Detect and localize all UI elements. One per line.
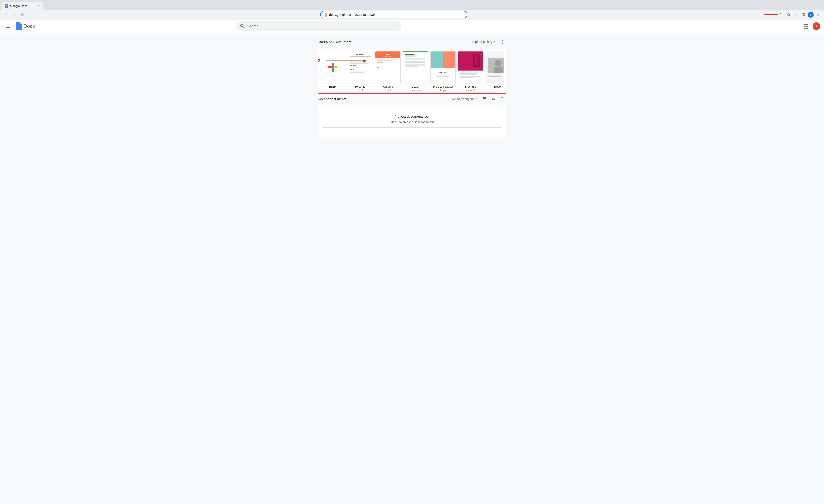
template-gallery-label: Template gallery <box>469 40 493 44</box>
browser-toolbar-right: T <box>785 11 821 18</box>
svg-text:AZ: AZ <box>492 98 496 100</box>
download-button[interactable] <box>793 11 799 18</box>
svg-rect-83 <box>474 55 479 65</box>
svg-rect-86 <box>460 74 476 75</box>
template-project-proposal[interactable]: Project Name Project proposal Tropic <box>430 51 456 92</box>
tab-close-button[interactable]: ✕ <box>36 4 40 8</box>
templates-more-button[interactable]: ⋮ <box>499 38 506 45</box>
apps-grid-icon <box>804 24 808 29</box>
tab-title: Google Docs <box>10 4 34 8</box>
svg-text:Your Name: Your Name <box>356 54 365 56</box>
templates-section-title: Start a new document <box>318 40 351 44</box>
profile-button[interactable]: T <box>807 11 814 18</box>
template-brochure-thumbnail: Product Brochure Product Overview <box>458 51 483 83</box>
template-resume-coral[interactable]: Name Title • Contact Experience Educatio… <box>375 51 401 92</box>
template-report[interactable]: REPORT TITLE <box>486 51 504 92</box>
tab-bar: Google Docs ✕ + <box>0 0 824 10</box>
new-tab-button[interactable]: + <box>44 3 50 9</box>
hamburger-menu-button[interactable] <box>4 22 13 31</box>
template-resume-serif[interactable]: Your Name EXPERIENCE EDUCATION <box>348 51 373 92</box>
svg-rect-91 <box>488 55 504 55</box>
search-icon <box>240 24 244 29</box>
svg-text:EDUCATION: EDUCATION <box>350 65 356 66</box>
template-gallery-button[interactable]: Template gallery <box>469 40 497 44</box>
svg-rect-62 <box>405 58 425 59</box>
address-bar[interactable]: 🔒 docs.google.com/document/u/0/ <box>320 11 468 18</box>
url-text: docs.google.com/document/u/0/ <box>329 13 464 17</box>
svg-rect-72 <box>431 51 443 68</box>
svg-rect-52 <box>377 65 395 65</box>
browser-tab[interactable]: Google Docs ✕ <box>2 2 43 10</box>
list-view-button[interactable] <box>482 96 488 102</box>
svg-rect-25 <box>333 66 337 68</box>
sort-button[interactable]: AZ <box>491 96 497 102</box>
template-brochure[interactable]: Product Brochure Product Overview <box>458 51 483 92</box>
svg-rect-57 <box>403 51 428 83</box>
template-brochure-name: Brochure <box>465 85 476 88</box>
template-blank[interactable]: Blank <box>320 51 345 92</box>
svg-text:Title • Contact: Title • Contact <box>385 56 391 57</box>
svg-rect-14 <box>6 25 10 25</box>
annotation-1: 1. <box>764 12 784 17</box>
svg-rect-63 <box>405 59 425 60</box>
svg-text:Project Name: Project Name <box>439 72 447 73</box>
recent-section: Recent documents Owned by anyone AZ <box>313 96 511 137</box>
template-blank-name: Blank <box>329 85 336 88</box>
templates-grid-wrapper: Blank Your Name EXPERIENCE <box>318 49 506 94</box>
recent-empty-title: No text documents yet <box>322 114 502 118</box>
svg-point-7 <box>819 14 819 14</box>
bookmark-button[interactable] <box>800 11 807 18</box>
svg-rect-67 <box>405 63 421 64</box>
svg-rect-64 <box>405 60 423 61</box>
forward-button[interactable] <box>11 11 17 18</box>
template-letter-spearmint[interactable]: Letter Spearmint <box>403 51 428 92</box>
svg-rect-0 <box>6 5 7 6</box>
svg-text:Product Brochure: Product Brochure <box>460 54 470 55</box>
svg-rect-97 <box>488 74 504 74</box>
svg-point-13 <box>819 15 819 16</box>
user-avatar[interactable]: T <box>813 22 820 30</box>
recent-section-title: Recent documents <box>318 97 346 101</box>
folder-button[interactable] <box>500 96 506 102</box>
templates-header-right: Template gallery ⋮ <box>469 38 506 45</box>
svg-rect-24 <box>328 66 333 68</box>
template-resume-serif-thumbnail: Your Name EXPERIENCE EDUCATION <box>348 51 373 83</box>
google-apps-button[interactable] <box>802 22 811 31</box>
docs-logo[interactable]: Docs <box>16 22 35 30</box>
svg-rect-69 <box>405 65 425 66</box>
address-bar-row: 🔒 docs.google.com/document/u/0/ 1. T <box>0 10 824 20</box>
templates-grid: Blank Your Name EXPERIENCE <box>320 51 504 92</box>
svg-rect-76 <box>436 75 450 76</box>
template-resume-coral-subname: Coral <box>385 89 391 92</box>
svg-rect-65 <box>405 61 425 62</box>
svg-rect-35 <box>350 63 368 64</box>
back-button[interactable] <box>3 11 9 18</box>
template-report-thumbnail: REPORT TITLE <box>486 51 504 83</box>
svg-point-12 <box>818 15 819 16</box>
svg-rect-30 <box>350 58 358 59</box>
search-bar[interactable] <box>236 21 402 31</box>
svg-rect-99 <box>488 76 501 77</box>
svg-text:SKILLS: SKILLS <box>350 70 354 71</box>
owned-filter-label: Owned by anyone <box>450 97 475 101</box>
svg-rect-58 <box>403 51 428 52</box>
svg-rect-56 <box>377 70 391 70</box>
svg-rect-102 <box>483 97 487 98</box>
search-page-button[interactable] <box>785 11 792 18</box>
template-letter-spearmint-thumbnail <box>403 51 428 83</box>
svg-rect-16 <box>6 27 10 28</box>
owned-filter-button[interactable]: Owned by anyone <box>450 97 479 101</box>
recent-header: Recent documents Owned by anyone AZ <box>318 96 506 102</box>
svg-text:Product Overview: Product Overview <box>460 56 468 57</box>
svg-rect-73 <box>443 51 455 68</box>
template-resume-coral-thumbnail: Name Title • Contact Experience Educatio… <box>375 51 401 83</box>
svg-rect-34 <box>350 62 370 63</box>
search-input[interactable] <box>247 24 398 28</box>
svg-rect-39 <box>350 68 363 68</box>
reload-button[interactable] <box>19 11 26 18</box>
main-content: Start a new document Template gallery ⋮ <box>0 33 824 504</box>
svg-rect-68 <box>405 64 425 65</box>
header-right: T <box>802 22 820 31</box>
extensions-button[interactable] <box>815 11 821 18</box>
svg-rect-70 <box>405 66 418 67</box>
